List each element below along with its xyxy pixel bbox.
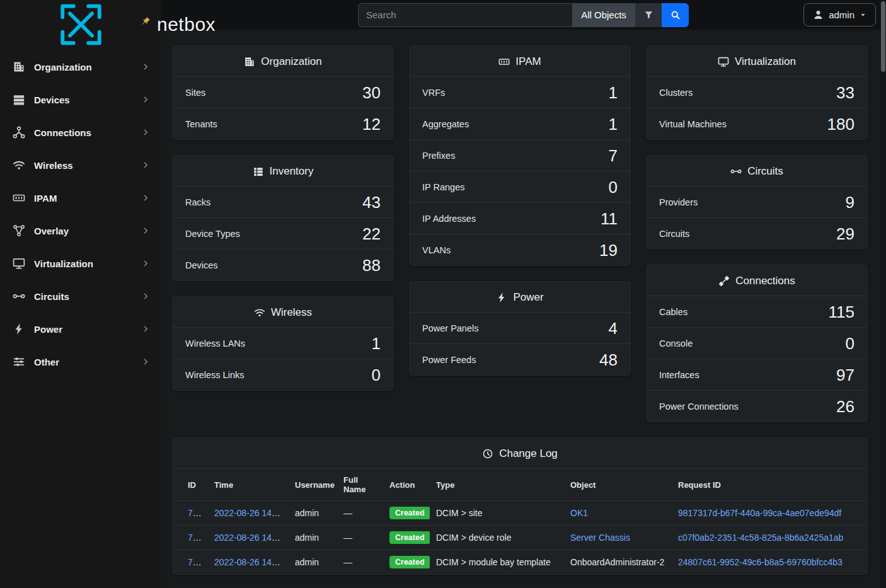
stat-row: Power Panels 4 [410,312,630,343]
stat-value[interactable]: 48 [599,352,618,368]
stat-value[interactable]: 0 [846,335,854,352]
stat-value[interactable]: 26 [836,398,854,415]
sidebar-item-label: Wireless [34,160,142,171]
sidebar-nav: Organization Devices Connections Wireles… [0,49,161,379]
change-id-link[interactable]: 755 [188,508,202,518]
stat-row: Clusters 33 [647,76,867,108]
stat-value[interactable]: 7 [609,147,618,164]
card-title: Organization [261,55,321,68]
stat-value[interactable]: 180 [827,116,854,132]
object-link[interactable]: Server Chassis [570,533,630,543]
sidebar-item-wireless[interactable]: Wireless [0,149,161,182]
table-header-row: ID Time Username Full Name Action Type O… [173,469,867,501]
sidebar-item-label: Devices [34,95,142,105]
request-id-link[interactable]: 9817317d-b67f-440a-99ca-4ae07ede94df [678,508,841,518]
stat-value[interactable]: 9 [846,194,854,210]
cable-icon [718,275,730,287]
stat-value[interactable]: 88 [362,257,381,274]
card-header: Power [410,282,630,312]
search-submit-button[interactable] [662,3,689,27]
counter-icon [13,192,25,204]
stat-value[interactable]: 1 [609,116,618,132]
brand[interactable]: netbox [0,0,161,49]
object-link[interactable]: OK1 [570,508,588,518]
transit-icon [730,166,742,177]
cell-username: admin [289,526,337,550]
stat-value[interactable]: 19 [599,242,618,258]
stat-value[interactable]: 115 [829,304,854,320]
card-title: Power [513,291,543,304]
stat-label: Tenants [185,119,217,129]
stat-label: Prefixes [422,151,455,161]
dashboard-column-2: IPAM VRFs 1 Aggregates 1 Prefixes 7 [409,45,631,376]
card-virtualization: Virtualization Clusters 33 Virtual Machi… [646,45,868,140]
change-log-header: Change Log [173,438,867,468]
change-time-link[interactable]: 2022-08-26 14:15 [214,557,284,567]
sidebar-item-other[interactable]: Other [0,345,161,378]
sidebar-item-devices[interactable]: Devices [0,83,161,116]
stat-value[interactable]: 22 [362,226,381,242]
card-title: Change Log [499,447,558,460]
stat-value[interactable]: 1 [372,335,381,352]
stat-value[interactable]: 4 [609,320,618,337]
change-id-link[interactable]: 754 [188,533,202,543]
caret-down-icon [860,11,866,18]
sidebar-item-overlay[interactable]: Overlay [0,214,161,247]
stat-value[interactable]: 1 [609,84,618,101]
sidebar-item-ipam[interactable]: IPAM [0,182,161,214]
card-header: IPAM [410,46,630,76]
chevron-right-icon [142,161,149,169]
stat-row: Wireless Links 0 [173,359,393,390]
column-header-action: Action [383,469,430,501]
stat-row: Power Feeds 48 [410,343,630,375]
stat-value[interactable]: 0 [372,367,381,383]
sidebar-item-virtualization[interactable]: Virtualization [0,247,161,280]
search-scope-button[interactable]: All Objects [572,3,635,27]
sidebar-item-circuits[interactable]: Circuits [0,280,161,313]
stat-row: IP Addresses 11 [410,202,630,234]
action-badge: Created [389,556,430,568]
change-time-link[interactable]: 2022-08-26 14:22 [214,508,284,518]
counter-icon [498,56,510,67]
card-title: Circuits [747,165,783,178]
cell-type: DCIM > site [430,501,564,526]
dashboard-grid: Organization Sites 30 Tenants 12 Invento… [172,45,875,422]
cell-full-name: — [337,526,383,550]
stat-label: Power Panels [422,323,478,333]
stat-value[interactable]: 29 [836,226,854,242]
filter-button[interactable] [635,3,662,27]
building-icon [244,56,255,67]
stat-value[interactable]: 11 [601,210,618,227]
stat-value[interactable]: 30 [362,84,381,101]
stat-row: Console 0 [647,327,867,359]
main-area: All Objects admin Organization [161,0,886,588]
dashboard-column-3: Virtualization Clusters 33 Virtual Machi… [646,45,868,422]
stat-value[interactable]: 12 [362,116,381,132]
user-menu-button[interactable]: admin [803,3,876,26]
stat-value[interactable]: 43 [362,194,381,210]
stat-value[interactable]: 33 [836,84,854,101]
scrollbar[interactable] [880,0,886,588]
request-id-link[interactable]: c07f0ab2-2351-4c58-825a-8b6a2425a1ab [678,533,843,543]
stat-value[interactable]: 97 [836,367,854,383]
scrollbar-thumb[interactable] [881,1,885,72]
stat-row: Power Connections 26 [647,390,867,422]
sidebar-item-power[interactable]: Power [0,313,161,345]
change-time-link[interactable]: 2022-08-26 14:17 [214,533,284,543]
search-input[interactable] [358,3,572,27]
stat-row: Circuits 29 [647,217,867,249]
card-title: Inventory [270,165,314,178]
sidebar-pin-icon[interactable] [141,16,151,26]
change-id-link[interactable]: 753 [188,557,202,567]
dashboard-column-1: Organization Sites 30 Tenants 12 Invento… [172,45,394,391]
cell-object: OnboardAdministrator-2 [564,550,672,575]
request-id-link[interactable]: 24807c61-9952-49c6-b8a5-69760bfcc4b3 [678,557,843,567]
action-badge: Created [389,531,430,544]
card-header: Organization [173,46,393,76]
sidebar-item-label: Connections [34,127,142,138]
sidebar-item-connections[interactable]: Connections [0,116,161,149]
stat-value[interactable]: 0 [609,179,618,195]
sidebar-item-organization[interactable]: Organization [0,50,161,83]
stat-label: Console [659,338,693,349]
column-header-full-name: Full Name [337,469,383,501]
